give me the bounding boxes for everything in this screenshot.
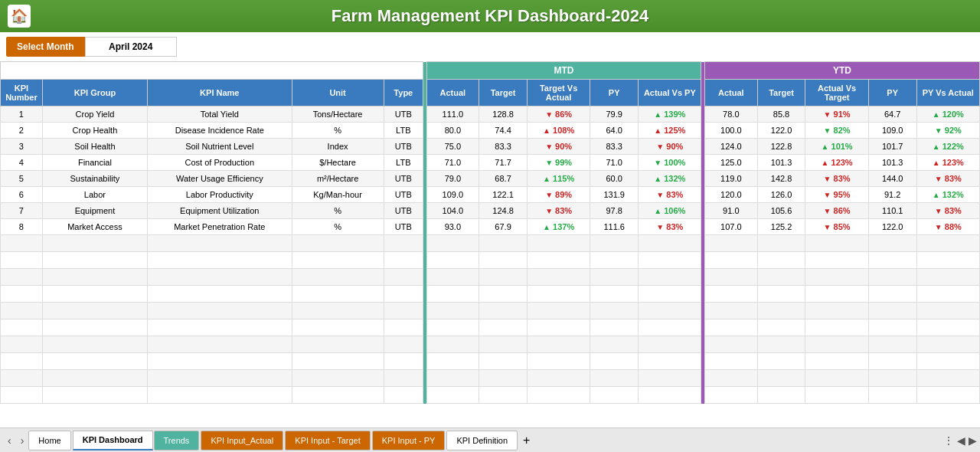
cell-kpi-name: Water Usage Efficiency xyxy=(148,171,292,187)
cell-kpi-num: 3 xyxy=(1,139,43,155)
empty-cell xyxy=(1,269,43,286)
cell-mtd-avspy: ▲ 132% xyxy=(639,171,701,187)
cell-kpi-num: 5 xyxy=(1,171,43,187)
empty-cell xyxy=(916,269,979,286)
cell-unit: % xyxy=(292,203,384,219)
empty-row xyxy=(1,387,980,404)
kpi-table: MTD YTD KPI Number KPI Group KPI Name Un… xyxy=(0,61,980,404)
cell-ytd-py: 109.0 xyxy=(868,123,916,139)
empty-row xyxy=(1,336,980,353)
tab-nav-prev[interactable]: ‹ xyxy=(3,431,16,450)
empty-cell xyxy=(148,235,292,252)
cell-ytd-target: 125.2 xyxy=(757,219,805,235)
section-header-row: MTD YTD xyxy=(1,62,980,80)
cell-unit: $/Hectare xyxy=(292,155,384,171)
empty-cell xyxy=(705,235,758,252)
col-mtd-py-header: PY xyxy=(590,80,639,106)
empty-cell xyxy=(1,303,43,319)
kpi-table-body: 1 Crop Yield Total Yield Tons/Hectare UT… xyxy=(1,106,980,404)
empty-cell xyxy=(426,319,479,336)
empty-cell xyxy=(705,269,758,286)
empty-cell xyxy=(384,303,423,319)
col-kpi-group-header: KPI Group xyxy=(42,80,147,106)
empty-cell xyxy=(148,286,292,303)
tab-kpi-input-py[interactable]: KPI Input - PY xyxy=(372,431,446,450)
cell-ytd-avt: ▼ 91% xyxy=(805,106,868,123)
cell-ytd-py: 144.0 xyxy=(868,171,916,187)
tab-home[interactable]: Home xyxy=(28,431,70,450)
tab-kpi-input-target[interactable]: KPI Input - Target xyxy=(285,431,370,450)
tab-nav-next[interactable]: › xyxy=(16,431,29,450)
empty-cell xyxy=(916,387,979,404)
tab-kpi-dashboard-label: KPI Dashboard xyxy=(83,435,143,444)
empty-cell xyxy=(916,370,979,387)
empty-cell xyxy=(479,387,528,404)
scroll-right-icon[interactable]: ▶ xyxy=(969,434,977,447)
cell-type: UTB xyxy=(384,106,423,123)
cell-mtd-actual: 111.0 xyxy=(426,106,479,123)
cell-ytd-actual: 100.0 xyxy=(705,123,758,139)
cell-unit: Kg/Man-hour xyxy=(292,187,384,203)
table-row: 5 Sustainability Water Usage Efficiency … xyxy=(1,171,980,187)
cell-ytd-py: 91.2 xyxy=(868,187,916,203)
empty-cell xyxy=(757,286,805,303)
empty-cell xyxy=(868,235,916,252)
cell-mtd-target: 67.9 xyxy=(479,219,528,235)
col-ytd-py-header: PY xyxy=(868,80,916,106)
tab-trends[interactable]: Trends xyxy=(154,431,200,450)
cell-mtd-actual: 80.0 xyxy=(426,123,479,139)
add-sheet-button[interactable]: + xyxy=(518,434,534,447)
empty-cell xyxy=(384,387,423,404)
cell-unit: m²/Hectare xyxy=(292,171,384,187)
cell-kpi-name: Total Yield xyxy=(148,106,292,123)
cell-mtd-actual: 71.0 xyxy=(426,155,479,171)
empty-cell xyxy=(42,252,147,269)
empty-cell xyxy=(916,286,979,303)
empty-cell xyxy=(916,235,979,252)
empty-cell xyxy=(868,286,916,303)
empty-cell xyxy=(384,319,423,336)
tab-kpi-dashboard[interactable]: KPI Dashboard xyxy=(73,431,153,450)
empty-cell xyxy=(639,370,701,387)
empty-cell xyxy=(805,269,868,286)
empty-cell xyxy=(292,336,384,353)
cell-kpi-num: 2 xyxy=(1,123,43,139)
empty-cell xyxy=(639,252,701,269)
empty-cell xyxy=(916,303,979,319)
home-button[interactable]: 🏠 xyxy=(8,5,31,28)
cell-kpi-num: 6 xyxy=(1,187,43,203)
empty-cell xyxy=(426,303,479,319)
select-month-button[interactable]: Select Month xyxy=(6,37,85,57)
cell-ytd-target: 105.6 xyxy=(757,203,805,219)
empty-row xyxy=(1,269,980,286)
column-header-row: KPI Number KPI Group KPI Name Unit Type … xyxy=(1,80,980,106)
empty-cell xyxy=(479,353,528,370)
empty-cell xyxy=(384,252,423,269)
more-options-icon[interactable]: ⋮ xyxy=(943,434,954,447)
tab-kpi-input-actual[interactable]: KPI Input_Actual xyxy=(201,431,283,450)
cell-kpi-group: Labor xyxy=(42,187,147,203)
tab-home-label: Home xyxy=(38,436,60,445)
empty-cell xyxy=(42,387,147,404)
scroll-left-icon[interactable]: ◀ xyxy=(957,434,965,447)
col-mtd-target-header: Target xyxy=(479,80,528,106)
empty-cell xyxy=(42,235,147,252)
empty-cell xyxy=(805,303,868,319)
empty-cell xyxy=(479,235,528,252)
empty-cell xyxy=(805,353,868,370)
cell-mtd-avspy: ▲ 139% xyxy=(639,106,701,123)
cell-ytd-avt: ▼ 85% xyxy=(805,219,868,235)
cell-mtd-actual: 75.0 xyxy=(426,139,479,155)
empty-row xyxy=(1,370,980,387)
empty-cell xyxy=(42,353,147,370)
empty-row xyxy=(1,252,980,269)
empty-cell xyxy=(805,235,868,252)
empty-cell xyxy=(292,319,384,336)
empty-cell xyxy=(705,353,758,370)
empty-cell xyxy=(868,269,916,286)
tab-kpi-definition[interactable]: KPI Definition xyxy=(446,431,518,450)
cell-mtd-py: 131.9 xyxy=(590,187,639,203)
cell-kpi-group: Crop Health xyxy=(42,123,147,139)
cell-mtd-tva: ▼ 86% xyxy=(527,106,590,123)
cell-kpi-name: Labor Productivity xyxy=(148,187,292,203)
